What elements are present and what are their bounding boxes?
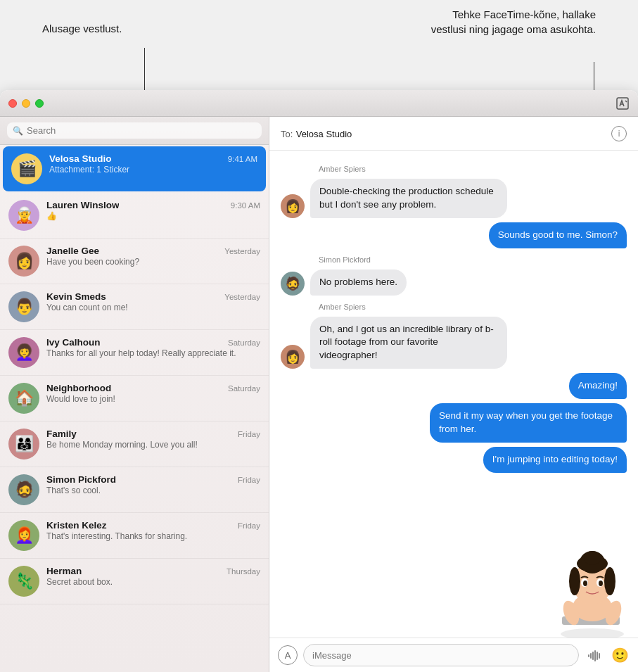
traffic-lights (8, 99, 44, 108)
svg-rect-24 (599, 653, 600, 659)
maximize-button[interactable] (35, 99, 44, 108)
search-icon: 🔍 (13, 126, 23, 136)
svg-point-15 (583, 581, 587, 586)
svg-rect-22 (594, 650, 596, 661)
conversation-time: Friday (238, 521, 260, 530)
conversation-body-kevin-smeds: Kevin SmedsYesterdayYou can count on me! (46, 291, 260, 312)
svg-rect-23 (596, 652, 598, 660)
search-input[interactable] (27, 125, 256, 136)
avatar-family: 👨‍👩‍👧 (8, 429, 39, 459)
conversation-name: Kevin Smeds (46, 291, 106, 302)
emoji-button[interactable]: 🙂 (610, 645, 630, 665)
annotation-line-left (144, 48, 145, 90)
avatar-ivy-calhoun: 👩‍🦱 (8, 337, 39, 368)
conversation-body-ivy-calhoun: Ivy CalhounSaturdayThanks for all your h… (46, 337, 260, 358)
annotation-left: Alusage vestlust. (42, 21, 122, 36)
message-bubble: I'm jumping into editing today! (483, 447, 627, 473)
compose-button[interactable] (615, 96, 630, 110)
conversation-body-neighborhood: NeighborhoodSaturdayWould love to join! (46, 383, 260, 404)
message-bubble: Oh, and I got us an incredible library o… (310, 317, 507, 369)
conversation-preview: You can count on me! (46, 303, 260, 312)
chat-area: To: Velosa Studio i Amber Spiers👩Double-… (269, 117, 638, 672)
message-row: Amazing! (281, 373, 627, 399)
audio-button[interactable] (585, 645, 604, 665)
message-input-area: A 🙂 (269, 638, 638, 672)
minimize-button[interactable] (22, 99, 30, 108)
conversation-name: Neighborhood (46, 383, 111, 393)
conversation-item-herman[interactable]: 🦎HermanThursdaySecret about box. (0, 559, 269, 604)
message-row: I'm jumping into editing today! (281, 447, 627, 473)
svg-rect-20 (590, 653, 592, 659)
svg-rect-19 (588, 654, 589, 657)
app-store-icon: A (285, 650, 291, 661)
conversation-item-neighborhood[interactable]: 🏠NeighborhoodSaturdayWould love to join! (0, 376, 269, 421)
conversation-name: Herman (46, 566, 82, 576)
avatar-velosa-studio: 🎬 (11, 153, 42, 184)
sender-label: Amber Spiers (319, 303, 366, 311)
message-row: 👩Double-checking the production schedule… (281, 179, 627, 218)
search-bar: 🔍 (0, 117, 269, 145)
conversation-item-kevin-smeds[interactable]: 👨Kevin SmedsYesterdayYou can count on me… (0, 284, 269, 330)
conversation-preview: That's interesting. Thanks for sharing. (46, 531, 260, 541)
conversation-name: Simon Pickford (46, 474, 116, 485)
conversation-item-family[interactable]: 👨‍👩‍👧FamilyFridayBe home Monday morning.… (0, 421, 269, 467)
conversation-name: Kristen Kelez (46, 520, 107, 531)
conversation-item-lauren-winslow[interactable]: 🧝Lauren Winslow9:30 AM👍 (0, 193, 269, 239)
conversation-time: Saturday (228, 338, 260, 347)
avatar-kevin-smeds: 👨 (8, 291, 39, 322)
conversation-time: Friday (238, 476, 260, 484)
annotation-right: Tehke FaceTime-kõne, hallakevestlusi nin… (431, 7, 596, 37)
message-bubble: No problems here. (310, 270, 407, 296)
search-input-wrapper[interactable]: 🔍 (7, 122, 262, 139)
conversation-time: Yesterday (224, 293, 260, 301)
sender-label: Simon Pickford (319, 255, 371, 264)
svg-point-1 (561, 628, 624, 638)
conversation-body-kristen-kelez: Kristen KelezFridayThat's interesting. T… (46, 520, 260, 541)
conversation-time: Saturday (228, 384, 260, 393)
avatar-simon-pickford: 🧔 (8, 474, 39, 505)
conversation-preview: 👍 (46, 211, 260, 221)
conversation-preview: Would love to join! (46, 394, 260, 404)
app-window: 🔍 🎬Velosa Studio9:41 AMAttachment: 1 Sti… (0, 90, 638, 672)
conversation-name: Janelle Gee (46, 246, 99, 256)
conversations-list: 🎬Velosa Studio9:41 AMAttachment: 1 Stick… (0, 145, 269, 672)
message-bubble: Send it my way when you get the footage … (430, 403, 627, 443)
audio-waveform-icon (587, 648, 601, 662)
conversation-preview: Thanks for all your help today! Really a… (46, 348, 260, 358)
title-bar (0, 90, 638, 117)
conversation-name: Family (46, 429, 77, 439)
close-button[interactable] (8, 99, 17, 108)
message-row: 🧔No problems here. (281, 270, 627, 296)
conversation-name: Ivy Calhoun (46, 337, 101, 348)
memoji-area (269, 543, 638, 638)
chat-to-text: To: (281, 129, 293, 139)
svg-point-11 (569, 567, 580, 595)
avatar-herman: 🦎 (8, 566, 39, 597)
imessage-input[interactable] (303, 644, 579, 666)
message-row: Sounds good to me. Simon? (281, 222, 627, 248)
conversation-body-lauren-winslow: Lauren Winslow9:30 AM👍 (46, 200, 260, 221)
avatar-neighborhood: 🏠 (8, 383, 39, 414)
conversation-body-simon-pickford: Simon PickfordFridayThat's so cool. (46, 474, 260, 495)
conversation-body-family: FamilyFridayBe home Monday morning. Love… (46, 429, 260, 450)
conversation-item-kristen-kelez[interactable]: 👩‍🦰Kristen KelezFridayThat's interesting… (0, 513, 269, 559)
conversation-item-janelle-gee[interactable]: 👩Janelle GeeYesterdayHave you been cooki… (0, 239, 269, 284)
conversation-item-simon-pickford[interactable]: 🧔Simon PickfordFridayThat's so cool. (0, 467, 269, 513)
conversation-item-velosa-studio[interactable]: 🎬Velosa Studio9:41 AMAttachment: 1 Stick… (3, 146, 266, 191)
conversation-preview: That's so cool. (46, 486, 260, 495)
conversation-time: 9:30 AM (231, 201, 260, 210)
svg-rect-21 (592, 652, 594, 660)
emoji-icon: 🙂 (611, 647, 629, 664)
svg-point-10 (584, 551, 601, 565)
sender-label: Amber Spiers (319, 165, 366, 173)
message-avatar: 👩 (281, 194, 305, 218)
svg-point-16 (599, 581, 603, 586)
message-row: Send it my way when you get the footage … (281, 403, 627, 443)
conversation-preview: Attachment: 1 Sticker (49, 165, 257, 175)
conversation-time: Thursday (227, 567, 260, 576)
app-store-button[interactable]: A (278, 645, 298, 665)
conversation-item-ivy-calhoun[interactable]: 👩‍🦱Ivy CalhounSaturdayThanks for all you… (0, 330, 269, 376)
conversation-time: Yesterday (224, 247, 260, 255)
svg-point-12 (604, 567, 615, 595)
info-button[interactable]: i (611, 126, 627, 141)
